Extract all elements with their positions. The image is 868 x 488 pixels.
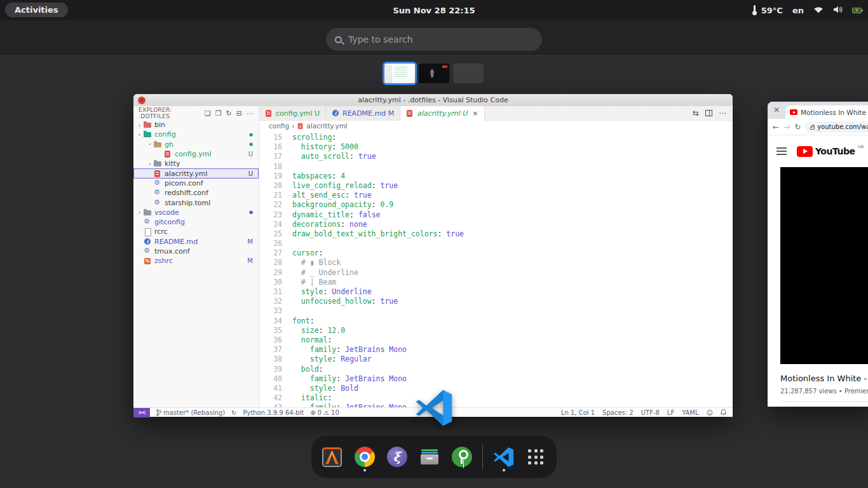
remote-indicator[interactable]: >< bbox=[133, 408, 150, 417]
video-player[interactable] bbox=[780, 167, 868, 364]
python-interpreter[interactable]: Python 3.9.9 64-bit bbox=[243, 409, 304, 416]
sync-icon[interactable]: ↻ bbox=[231, 409, 236, 416]
explorer-item-kitty[interactable]: ›kitty bbox=[133, 159, 259, 168]
explorer-item-gitconfig[interactable]: gitconfig bbox=[133, 217, 259, 227]
editor-more-icon[interactable]: ⋯ bbox=[719, 109, 726, 118]
problems-status[interactable]: ⊗ 0 ⚠ 10 bbox=[310, 409, 339, 416]
code-line-33[interactable]: 33 bbox=[259, 306, 733, 316]
code-line-38[interactable]: 38 style: Regular bbox=[259, 355, 733, 364]
code-line-28[interactable]: 28 # ▮ Block bbox=[259, 258, 733, 268]
code-line-25[interactable]: 25draw_bold_text_with_bright_colors: tru… bbox=[259, 229, 733, 239]
explorer-item-vscode[interactable]: ›vscode● bbox=[133, 208, 259, 217]
dock-item-chrome[interactable] bbox=[353, 442, 376, 472]
breadcrumb-file[interactable]: alacritty.yml bbox=[306, 122, 347, 130]
code-line-23[interactable]: 23dynamic_title: false bbox=[259, 210, 733, 220]
reload-icon[interactable]: ↻ bbox=[794, 123, 801, 132]
code-editor[interactable]: 15scrolling:16 history: 500017 auto_scro… bbox=[259, 131, 733, 407]
explorer-item-zshrc[interactable]: zshrcM bbox=[133, 256, 259, 266]
code-line-39[interactable]: 39 bold: bbox=[259, 365, 733, 374]
git-branch-status[interactable]: master* (Rebasing) bbox=[156, 409, 225, 416]
code-line-15[interactable]: 15scrolling: bbox=[259, 133, 733, 142]
dock-item-vscode[interactable] bbox=[492, 442, 515, 472]
keyboard-layout[interactable]: en bbox=[792, 6, 804, 15]
code-line-40[interactable]: 40 family: JetBrains Mono bbox=[259, 374, 733, 384]
youtube-logo[interactable]: YouTube UA bbox=[797, 146, 855, 157]
address-bar[interactable]: youtube.com/wa bbox=[805, 121, 868, 133]
window-close-button[interactable]: ✕ bbox=[138, 97, 146, 104]
explorer-item-config-yml[interactable]: config.ymlU bbox=[133, 149, 259, 159]
wifi-icon[interactable] bbox=[813, 6, 824, 15]
menu-icon[interactable] bbox=[776, 147, 787, 155]
code-line-21[interactable]: 21alt_send_esc: true bbox=[259, 191, 733, 200]
new-file-icon[interactable]: ❏ bbox=[205, 109, 211, 118]
volume-icon[interactable] bbox=[833, 6, 843, 15]
split-editor-icon[interactable] bbox=[705, 110, 712, 116]
workspace-thumbnail-3[interactable] bbox=[453, 64, 484, 83]
system-tray[interactable]: 59°C en bbox=[752, 0, 862, 20]
cursor-position[interactable]: Ln 1, Col 1 bbox=[561, 409, 595, 416]
explorer-item-starship-toml[interactable]: starship.toml bbox=[133, 198, 259, 207]
vscode-app-icon[interactable] bbox=[415, 389, 453, 427]
language-mode[interactable]: YAML bbox=[682, 409, 698, 416]
eol-setting[interactable]: LF bbox=[667, 409, 674, 416]
workspace-thumbnail-1[interactable] bbox=[384, 64, 415, 83]
breadcrumb-folder[interactable]: config bbox=[269, 122, 289, 130]
open-changes-icon[interactable]: ⇆ bbox=[693, 109, 699, 118]
chrome-window[interactable]: ✕ Motionless In White - A ← → ↻ youtube.… bbox=[768, 102, 868, 407]
explorer-item-gh[interactable]: ›gh● bbox=[133, 140, 259, 149]
explorer-item-rcrc[interactable]: rcrc bbox=[133, 227, 259, 236]
encoding[interactable]: UTF-8 bbox=[641, 409, 660, 416]
dock-item-keepassxc[interactable] bbox=[450, 442, 473, 472]
feedback-icon[interactable]: ☺ bbox=[707, 409, 713, 416]
tab-readme-md[interactable]: README.md M bbox=[326, 106, 400, 120]
dock-item-emacs[interactable]: ξ bbox=[385, 442, 409, 472]
explorer-item-bin[interactable]: ›bin bbox=[133, 120, 259, 130]
code-line-30[interactable]: 30 # | Beam bbox=[259, 278, 733, 287]
vscode-window[interactable]: ✕ alacritty.yml - .dotfiles - Visual Stu… bbox=[133, 94, 733, 417]
code-line-20[interactable]: 20live_config_reload: true bbox=[259, 181, 733, 191]
code-line-41[interactable]: 41 style: Bold bbox=[259, 384, 733, 393]
code-line-27[interactable]: 27cursor: bbox=[259, 248, 733, 258]
code-line-42[interactable]: 42 italic: bbox=[259, 393, 733, 403]
explorer-item-redshift-conf[interactable]: redshift.conf bbox=[133, 188, 259, 198]
code-line-26[interactable]: 26 bbox=[259, 239, 733, 248]
tab-config-yml[interactable]: config.yml U bbox=[259, 106, 326, 120]
new-folder-icon[interactable]: ❐ bbox=[215, 109, 222, 118]
explorer-item-alacritty-yml[interactable]: alacritty.ymlU bbox=[133, 168, 259, 178]
refresh-icon[interactable]: ↻ bbox=[226, 109, 232, 118]
clock[interactable]: Sun Nov 28 22:15 bbox=[0, 6, 868, 15]
battery-icon[interactable] bbox=[852, 8, 862, 13]
back-icon[interactable]: ← bbox=[773, 123, 779, 132]
code-line-22[interactable]: 22background_opacity: 0.9 bbox=[259, 200, 733, 210]
explorer-item-config[interactable]: ›config● bbox=[133, 130, 259, 139]
breadcrumb[interactable]: config › alacritty.yml bbox=[259, 121, 733, 131]
tab-close-icon[interactable]: × bbox=[472, 109, 478, 118]
search-input[interactable] bbox=[348, 34, 533, 44]
chrome-active-tab[interactable]: Motionless In White - A bbox=[785, 105, 868, 119]
notifications-bell-icon[interactable] bbox=[721, 409, 726, 416]
code-line-37[interactable]: 37 family: JetBrains Mono bbox=[259, 345, 733, 355]
explorer-item-picom-conf[interactable]: picom.conf bbox=[133, 179, 259, 188]
dock-item-files[interactable] bbox=[417, 442, 441, 472]
code-line-36[interactable]: 36 normal: bbox=[259, 336, 733, 345]
indent-setting[interactable]: Spaces: 2 bbox=[602, 409, 634, 416]
dock-item-app-grid[interactable] bbox=[524, 442, 548, 472]
dock-item-alacritty[interactable] bbox=[320, 442, 344, 472]
code-line-16[interactable]: 16 history: 5000 bbox=[259, 142, 733, 152]
workspace-thumbnail-2[interactable] bbox=[419, 64, 449, 83]
tab-strip-close-icon[interactable]: ✕ bbox=[773, 105, 780, 114]
code-line-17[interactable]: 17 auto_scroll: true bbox=[259, 152, 733, 161]
collapse-all-icon[interactable]: ⊟ bbox=[236, 109, 242, 118]
code-line-32[interactable]: 32 unfocused_hollow: true bbox=[259, 297, 733, 306]
more-actions-icon[interactable]: ⋯ bbox=[247, 109, 254, 118]
tab-alacritty-yml[interactable]: alacritty.yml U × bbox=[400, 106, 484, 121]
code-line-34[interactable]: 34font: bbox=[259, 316, 733, 326]
code-line-43[interactable]: 43 family: JetBrains Mono bbox=[259, 403, 733, 407]
forward-icon[interactable]: → bbox=[783, 123, 790, 132]
overview-search[interactable] bbox=[326, 28, 542, 51]
code-line-35[interactable]: 35 size: 12.0 bbox=[259, 326, 733, 336]
explorer-item-tmux-conf[interactable]: tmux.conf bbox=[133, 247, 259, 256]
code-line-18[interactable]: 18 bbox=[259, 162, 733, 172]
vscode-titlebar[interactable]: ✕ alacritty.yml - .dotfiles - Visual Stu… bbox=[133, 94, 733, 106]
explorer-item-README-md[interactable]: README.mdM bbox=[133, 237, 259, 247]
